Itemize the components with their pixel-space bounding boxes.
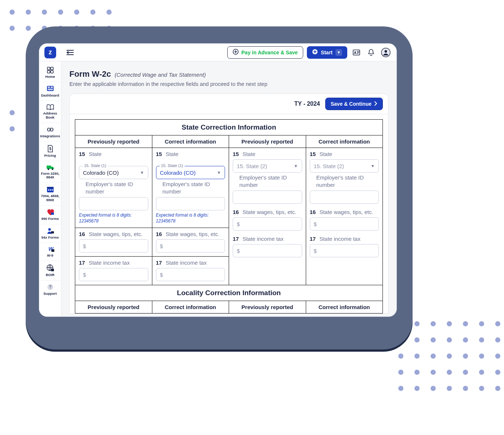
- col-previously-reported: Previously reported: [75, 301, 152, 313]
- svg-rect-21: [47, 187, 54, 188]
- col-correct-information: Correct information: [306, 301, 383, 313]
- state-wages-input-corr-1[interactable]: $: [156, 239, 225, 253]
- book-icon: [46, 104, 54, 110]
- sidebar-item-w9[interactable]: W W-9: [39, 243, 61, 261]
- pay-in-advance-label: Pay in Advance & Save: [242, 50, 298, 55]
- sidebar-item-support[interactable]: ? Support: [39, 280, 61, 299]
- chevron-right-icon: [374, 101, 377, 107]
- sidebar-collapse-icon[interactable]: [65, 47, 75, 58]
- sidebar-item-label: 94x Forms: [41, 236, 59, 240]
- svg-rect-15: [51, 128, 53, 131]
- sidebar-item-home[interactable]: Home: [39, 64, 61, 82]
- state1-prev-value: Colorado (CO): [83, 170, 119, 176]
- state1-corr-select[interactable]: Colorado (CO) ▼: [156, 166, 225, 179]
- line-15-label: State: [89, 151, 102, 157]
- svg-point-26: [48, 228, 51, 231]
- caret-down-icon: ▼: [140, 170, 144, 175]
- home-icon: [47, 66, 54, 74]
- support-icon: ?: [47, 283, 54, 291]
- heart-icon: [46, 209, 54, 216]
- cell-tax-corr-1: 17 State income tax $: [152, 257, 229, 285]
- person-icon: [46, 227, 54, 235]
- state2-corr-select[interactable]: 15. State (2) ▼: [310, 159, 379, 173]
- svg-point-19: [51, 168, 53, 170]
- sidebar-item-address-book[interactable]: Address Book: [39, 101, 61, 123]
- sidebar-item-form-2290[interactable]: Form 2290, 8849: [39, 161, 61, 183]
- state-wages-input-corr-2[interactable]: $: [310, 217, 379, 231]
- form-card: TY - 2024 Save & Continue State Correcti…: [69, 94, 388, 314]
- save-continue-button[interactable]: Save & Continue: [325, 98, 383, 110]
- sidebar-item-boir[interactable]: BOIR: [39, 261, 61, 280]
- sidebar-item-990-forms[interactable]: 990 Forms: [39, 206, 61, 224]
- svg-point-5: [385, 50, 387, 52]
- svg-rect-13: [48, 88, 53, 90]
- state-correction-table: Previously reported Correct information …: [75, 135, 383, 285]
- state1-prev-select[interactable]: Colorado (CO) ▼: [79, 166, 148, 179]
- app-logo[interactable]: z: [39, 44, 61, 61]
- col-correct-information: Correct information: [152, 135, 229, 148]
- decorative-dots-bottom-right: [398, 321, 500, 391]
- sidebar-item-label: W-9: [47, 254, 53, 258]
- dollar-icon: $: [237, 221, 240, 227]
- topbar: z Pay in Advance & Save Start ▾: [39, 44, 396, 61]
- employer-state-id-label: Employer's state ID number: [86, 181, 148, 195]
- sidebar-item-label: Pricing: [44, 154, 56, 158]
- svg-point-3: [355, 51, 356, 53]
- start-label: Start: [321, 50, 333, 55]
- page-title-row: Form W-2c (Corrected Wage and Tax Statem…: [69, 69, 388, 79]
- sidebar-item-label: 7004, 4868, 8868: [40, 194, 60, 202]
- locality-section-title: Locality Correction Information: [75, 285, 382, 301]
- account-avatar-icon[interactable]: [380, 47, 391, 58]
- state-wages-input-prev-2[interactable]: $: [233, 217, 302, 231]
- svg-rect-9: [51, 70, 53, 73]
- state-income-tax-input-prev-2[interactable]: $: [233, 244, 302, 257]
- id-card-icon[interactable]: [351, 47, 362, 58]
- employer-state-id-input-prev-1[interactable]: [79, 197, 148, 210]
- state-wages-input-prev-1[interactable]: $: [79, 239, 148, 253]
- employer-state-id-input-prev-2[interactable]: [233, 191, 302, 204]
- svg-rect-7: [51, 67, 53, 70]
- state1-legend: 15. State (1): [83, 163, 108, 168]
- svg-rect-25: [51, 213, 54, 215]
- truck-icon: [46, 164, 55, 171]
- employer-state-id-input-corr-2[interactable]: [310, 191, 379, 204]
- pay-in-advance-button[interactable]: Pay in Advance & Save: [227, 46, 304, 59]
- col-correct-information: Correct information: [152, 301, 229, 313]
- sidebar-item-label: Support: [43, 292, 57, 296]
- main-content: Form W-2c (Corrected Wage and Tax Statem…: [61, 61, 396, 316]
- app-window: z Pay in Advance & Save Start ▾: [39, 43, 397, 317]
- cell-wages-prev-1: 16 State wages, tips, etc. $: [75, 228, 152, 257]
- state-income-tax-input-prev-1[interactable]: $: [79, 268, 148, 281]
- cell-state2-prev: 15 State 15. State (2) ▼ Employer's stat…: [229, 148, 306, 285]
- sidebar-item-label: Address Book: [40, 112, 60, 120]
- svg-rect-17: [47, 166, 51, 169]
- sidebar-item-pricing[interactable]: $ Pricing: [39, 142, 61, 161]
- bell-icon[interactable]: [366, 47, 377, 58]
- state-income-tax-input-corr-1[interactable]: $: [156, 268, 225, 281]
- employer-state-id-input-corr-1[interactable]: [156, 197, 225, 210]
- sidebar-item-94x-forms[interactable]: 94x Forms: [39, 224, 61, 243]
- caret-down-icon: ▼: [217, 170, 221, 175]
- caret-down-icon: ▼: [294, 164, 298, 168]
- svg-rect-22: [48, 189, 49, 191]
- sidebar-item-7004[interactable]: 7004, 4868, 8868: [39, 183, 61, 206]
- col-previously-reported: Previously reported: [229, 135, 306, 148]
- start-button[interactable]: Start ▾: [307, 46, 347, 59]
- svg-rect-6: [47, 67, 50, 70]
- chevron-down-icon: ▾: [336, 49, 342, 56]
- cell-state2-corr: 15 State 15. State (2) ▼ Employer's stat…: [306, 148, 383, 285]
- svg-rect-14: [48, 128, 50, 131]
- col-correct-information: Correct information: [306, 135, 383, 148]
- state2-prev-select[interactable]: 15. State (2) ▼: [233, 159, 302, 173]
- state-income-tax-input-corr-2[interactable]: $: [310, 244, 379, 257]
- w9-icon: W: [46, 246, 55, 253]
- state1-corr-value: Colorado (CO): [160, 170, 196, 176]
- sidebar-item-integrations[interactable]: Integrations: [39, 123, 61, 142]
- svg-text:$: $: [49, 147, 51, 151]
- svg-rect-29: [51, 249, 54, 252]
- sidebar-item-label: 990 Forms: [41, 217, 59, 221]
- state2-prev-placeholder: 15. State (2): [237, 163, 267, 169]
- svg-rect-24: [52, 189, 53, 191]
- sidebar-item-dashboard[interactable]: Dashboard: [39, 82, 61, 101]
- sidebar-item-label: Home: [45, 75, 55, 79]
